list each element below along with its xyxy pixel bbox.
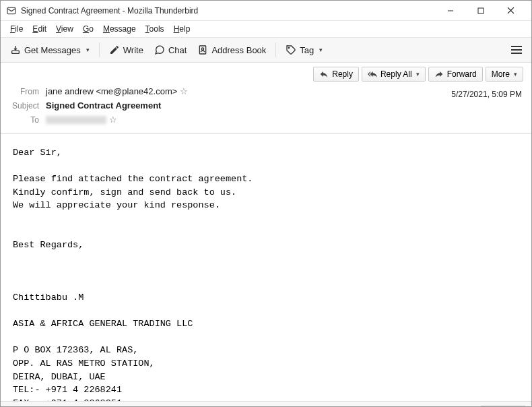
svg-rect-5 <box>12 51 20 53</box>
subject-label: Subject <box>9 101 46 111</box>
to-label: To <box>9 115 46 125</box>
from-value[interactable]: jane andrew <me@plane42.com> <box>46 86 177 96</box>
reply-all-icon <box>368 69 377 79</box>
download-icon <box>10 44 21 55</box>
maximize-button[interactable] <box>465 1 496 21</box>
from-label: From <box>9 87 46 96</box>
menu-edit[interactable]: Edit <box>28 23 51 35</box>
address-book-button[interactable]: Address Book <box>193 42 270 58</box>
from-row: From jane andrew <me@plane42.com> ☆ <box>9 84 523 98</box>
app-menu-button[interactable] <box>507 43 526 57</box>
address-book-icon <box>197 44 208 55</box>
get-messages-label: Get Messages <box>24 45 81 55</box>
chat-icon <box>154 44 165 55</box>
reply-all-button[interactable]: Reply All▾ <box>362 67 426 82</box>
reply-icon <box>319 69 329 79</box>
more-label: More <box>492 69 510 79</box>
tag-button[interactable]: Tag▾ <box>281 42 327 58</box>
pencil-icon <box>109 44 120 55</box>
star-icon[interactable]: ☆ <box>180 86 188 96</box>
menu-go[interactable]: Go <box>79 23 98 35</box>
reply-label: Reply <box>332 69 353 79</box>
title-bar: Signed Contract Agreement - Mozilla Thun… <box>1 1 531 21</box>
reply-all-label: Reply All <box>380 69 412 79</box>
window-title: Signed Contract Agreement - Mozilla Thun… <box>21 6 435 15</box>
to-value-redacted <box>46 116 106 124</box>
menu-view[interactable]: View <box>52 23 77 35</box>
forward-button[interactable]: Forward <box>428 67 483 82</box>
write-button[interactable]: Write <box>105 42 147 58</box>
hamburger-icon <box>511 46 522 54</box>
menu-bar: File Edit View Go Message Tools Help <box>1 21 531 37</box>
chevron-down-icon: ▾ <box>86 46 90 53</box>
separator <box>275 42 276 57</box>
chevron-down-icon: ▾ <box>319 46 323 53</box>
svg-rect-2 <box>478 8 484 13</box>
reply-button[interactable]: Reply <box>313 67 359 82</box>
menu-file[interactable]: File <box>6 23 27 35</box>
message-datetime: 5/27/2021, 5:09 PM <box>451 90 522 99</box>
svg-point-8 <box>289 47 290 48</box>
forward-label: Forward <box>447 69 477 79</box>
chevron-down-icon: ▾ <box>416 71 420 77</box>
message-header: Reply Reply All▾ Forward More▾ From jane… <box>1 63 531 134</box>
forward-icon <box>434 69 444 79</box>
attachment-bar: ❯ 1 attachment: Signed Contract Agreemen… <box>1 401 531 407</box>
address-book-label: Address Book <box>211 45 266 55</box>
chat-label: Chat <box>168 45 187 55</box>
write-label: Write <box>123 45 143 55</box>
action-row: Reply Reply All▾ Forward More▾ <box>9 67 523 84</box>
chat-button[interactable]: Chat <box>150 42 191 58</box>
message-body: Dear Sir, Please find attached the contr… <box>1 134 531 401</box>
menu-message[interactable]: Message <box>99 23 140 35</box>
main-toolbar: Get Messages▾ Write Chat Address Book Ta… <box>1 37 531 63</box>
svg-point-7 <box>202 48 204 50</box>
separator <box>99 42 100 57</box>
more-button[interactable]: More▾ <box>486 67 523 82</box>
get-messages-button[interactable]: Get Messages▾ <box>6 42 94 58</box>
minimize-button[interactable] <box>435 1 465 21</box>
menu-tools[interactable]: Tools <box>141 23 168 35</box>
tag-icon <box>286 44 296 55</box>
mail-app-icon <box>6 5 17 16</box>
subject-value: Signed Contract Agreement <box>46 100 161 111</box>
menu-help[interactable]: Help <box>170 23 195 35</box>
close-button[interactable] <box>496 1 526 21</box>
tag-label: Tag <box>300 45 314 55</box>
star-icon[interactable]: ☆ <box>109 115 117 125</box>
chevron-down-icon: ▾ <box>514 71 517 77</box>
to-row: To ☆ <box>9 113 523 127</box>
subject-row: Subject Signed Contract Agreement <box>9 98 523 113</box>
